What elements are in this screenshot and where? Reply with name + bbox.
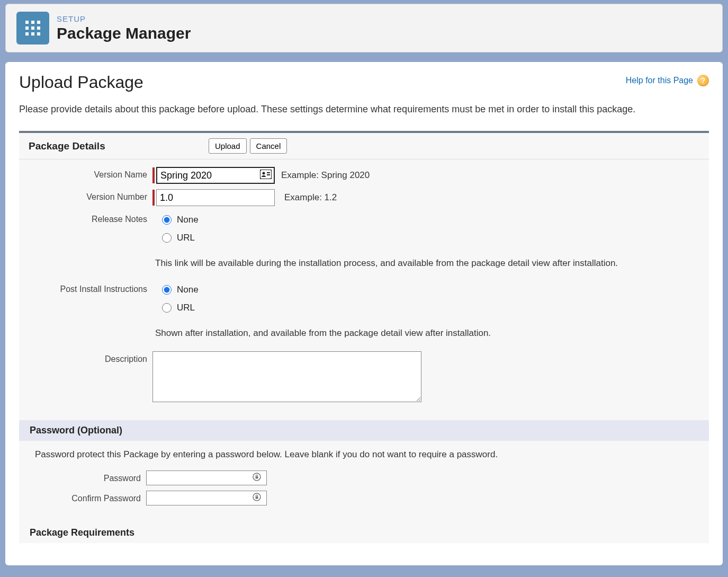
post-install-desc: Shown after installation, and available … (152, 322, 491, 346)
release-notes-none-option[interactable]: None (162, 215, 199, 225)
svg-rect-0 (25, 21, 29, 24)
page-title: Upload Package (19, 73, 143, 92)
header-subtitle: SETUP (57, 14, 191, 23)
password-section-title: Password (Optional) (19, 420, 709, 441)
password-input[interactable] (146, 471, 267, 485)
cancel-button[interactable]: Cancel (250, 138, 287, 154)
header-title: Package Manager (57, 24, 191, 42)
version-number-input[interactable] (156, 189, 275, 206)
password-label: Password (35, 471, 146, 483)
confirm-password-input[interactable] (146, 491, 267, 505)
svg-rect-1 (31, 21, 34, 24)
content-scroll[interactable]: Upload Package Help for this Page ? Plea… (5, 62, 723, 565)
post-install-none-label: None (177, 285, 199, 295)
svg-rect-5 (37, 26, 40, 30)
upload-button[interactable]: Upload (209, 138, 247, 154)
package-details-title: Package Details (29, 140, 209, 152)
description-textarea[interactable] (152, 351, 421, 402)
page-header: SETUP Package Manager (5, 4, 723, 52)
required-indicator (152, 190, 155, 206)
release-notes-url-option[interactable]: URL (162, 233, 199, 243)
package-details-section: Package Details Upload Cancel Version Na… (19, 131, 709, 564)
post-install-none-option[interactable]: None (162, 285, 199, 295)
release-notes-desc: This link will be available during the i… (152, 252, 618, 276)
svg-rect-6 (25, 32, 29, 35)
svg-rect-8 (37, 32, 40, 35)
version-name-input[interactable] (156, 167, 275, 184)
release-notes-label: Release Notes (23, 211, 152, 224)
password-section-intro: Password protect this Package by enterin… (35, 449, 693, 460)
svg-rect-4 (31, 26, 34, 30)
release-notes-none-label: None (177, 215, 199, 225)
post-install-label: Post Install Instructions (23, 281, 152, 294)
version-name-hint: Example: Spring 2020 (281, 170, 370, 181)
version-number-hint: Example: 1.2 (284, 192, 337, 203)
release-notes-url-label: URL (177, 233, 195, 243)
release-notes-url-radio[interactable] (162, 233, 172, 243)
svg-rect-3 (25, 26, 29, 30)
release-notes-none-radio[interactable] (162, 215, 172, 225)
confirm-password-label: Confirm Password (35, 491, 146, 503)
version-number-label: Version Number (23, 189, 152, 202)
description-label: Description (23, 351, 152, 364)
content-wrap: Upload Package Help for this Page ? Plea… (5, 62, 723, 565)
version-name-label: Version Name (23, 167, 152, 180)
intro-text: Please provide details about this packag… (19, 104, 709, 115)
post-install-url-label: URL (177, 303, 195, 313)
help-link[interactable]: Help for this Page (626, 76, 693, 85)
post-install-none-radio[interactable] (162, 285, 172, 295)
svg-rect-7 (31, 32, 34, 35)
requirements-section-title: Package Requirements (19, 522, 709, 543)
app-launcher-icon (16, 12, 49, 45)
post-install-url-option[interactable]: URL (162, 303, 199, 313)
required-indicator (152, 167, 155, 183)
help-icon[interactable]: ? (697, 75, 709, 86)
svg-rect-2 (37, 21, 40, 24)
post-install-url-radio[interactable] (162, 303, 172, 313)
